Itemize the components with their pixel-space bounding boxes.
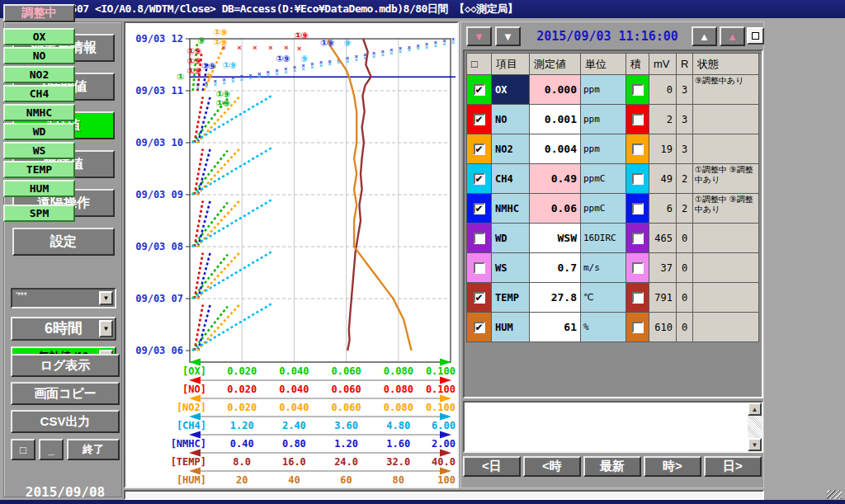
svg-text:09/03 12: 09/03 12 xyxy=(135,33,183,45)
svg-text:09/03 10: 09/03 10 xyxy=(135,137,183,148)
action-button-3[interactable]: CSV出力 xyxy=(11,410,120,433)
action-button-1[interactable]: ログ表示 xyxy=(11,354,120,377)
svg-text:×: × xyxy=(372,50,375,56)
time-nav-button-3[interactable]: 最新 xyxy=(583,456,641,477)
adjusting-status-button[interactable]: 調整中 xyxy=(3,4,75,22)
row-OX-display-checkbox[interactable]: ✔ xyxy=(474,84,485,96)
chevron-down-icon[interactable]: ▼ xyxy=(99,291,113,305)
row-WS-accum-checkbox[interactable] xyxy=(632,262,644,274)
row-WD-display-checkbox[interactable] xyxy=(474,233,485,244)
time-step-back-button[interactable]: ▼ xyxy=(495,26,521,46)
resize-grip-icon[interactable] xyxy=(827,490,842,499)
row-OX-accum-checkbox[interactable] xyxy=(632,84,644,96)
row-NO-name[interactable]: NO xyxy=(492,105,530,134)
row-CH4-display-checkbox[interactable]: ✔ xyxy=(474,173,485,185)
row-HUM-name[interactable]: HUM xyxy=(492,313,530,342)
row-NO2-status xyxy=(693,134,759,164)
row-CH4-mv: 49 xyxy=(649,164,677,194)
row-NMHC-status: ①調整中 ⑨調整中あり xyxy=(693,194,759,224)
row-WD-accum-checkbox[interactable] xyxy=(632,233,644,244)
svg-text:60: 60 xyxy=(340,474,352,485)
row-NO-r: 3 xyxy=(677,105,693,134)
window-control-1[interactable]: □ xyxy=(11,439,35,460)
action-button-2[interactable]: 画面コピー xyxy=(11,382,120,405)
row-NO2-accum-checkbox[interactable] xyxy=(632,144,644,155)
svg-text:0.040: 0.040 xyxy=(279,365,309,377)
time-nav-button-2[interactable]: <時 xyxy=(523,456,581,477)
row-WS-display-checkbox[interactable] xyxy=(474,262,485,274)
channel-button-hum[interactable]: HUM xyxy=(3,180,75,197)
row-WD-mv: 465 xyxy=(649,224,677,253)
row-NMHC-accum-checkbox[interactable] xyxy=(632,203,644,214)
channel-button-spm[interactable]: SPM xyxy=(3,205,75,222)
row-OX-name[interactable]: OX xyxy=(492,75,530,105)
row-TEMP-value: 27.8 xyxy=(530,283,581,313)
row-NO2-name[interactable]: NO2 xyxy=(492,134,530,164)
row-WS-display-checkbox-cell xyxy=(467,253,492,283)
row-NO2-display-checkbox[interactable]: ✔ xyxy=(474,144,485,155)
svg-text:×: × xyxy=(319,59,323,65)
scroll-up-icon: ▲ xyxy=(752,406,758,413)
channel-button-nmhc[interactable]: NMHC xyxy=(3,104,75,121)
row-WS-name[interactable]: WS xyxy=(492,253,530,283)
svg-text:100: 100 xyxy=(437,474,456,485)
time-nav-button-5[interactable]: 日> xyxy=(704,456,762,477)
svg-text:0.040: 0.040 xyxy=(279,384,309,395)
message-box: ▲ ▼ xyxy=(463,401,763,453)
stop-button[interactable] xyxy=(747,27,764,45)
time-nav-button-1[interactable]: <日 xyxy=(463,456,521,477)
svg-text:①⑨: ①⑨ xyxy=(201,61,215,71)
svg-text:80: 80 xyxy=(393,474,404,485)
row-NMHC-name[interactable]: NMHC xyxy=(492,194,530,224)
row-NO2-mv: 19 xyxy=(649,134,677,164)
channel-button-ch4[interactable]: CH4 xyxy=(3,85,75,102)
svg-text:×: × xyxy=(346,55,349,61)
span-combo-value: 6時間 xyxy=(45,320,83,337)
row-TEMP-mv: 791 xyxy=(649,283,677,313)
svg-text:×: × xyxy=(237,44,241,52)
pink-down-arrow-icon: ▼ xyxy=(474,31,484,43)
svg-text:①⑨: ①⑨ xyxy=(213,27,227,37)
row-CH4-name[interactable]: CH4 xyxy=(492,164,530,194)
station-combo[interactable]: '*** ▼ xyxy=(11,288,116,309)
row-WD-accum-checkbox-cell xyxy=(626,224,649,253)
channel-button-ox[interactable]: OX xyxy=(3,28,75,45)
svg-text:8.0: 8.0 xyxy=(233,456,251,468)
channel-button-ws[interactable]: WS xyxy=(3,142,75,159)
sidebar-item-6[interactable]: 設定 xyxy=(12,228,115,256)
svg-text:①⑨: ①⑨ xyxy=(187,46,201,56)
row-NMHC-display-checkbox[interactable]: ✔ xyxy=(474,203,485,214)
window-control-3[interactable]: 終了 xyxy=(67,439,120,460)
time-nav-button-4[interactable]: 時> xyxy=(644,456,701,477)
channel-button-no2[interactable]: NO2 xyxy=(3,66,75,83)
scroll-up-button[interactable]: ▲ xyxy=(748,403,762,416)
row-NO-display-checkbox[interactable]: ✔ xyxy=(474,114,485,125)
row-TEMP-display-checkbox[interactable]: ✔ xyxy=(474,292,485,304)
time-step-forward-button[interactable]: ▲ xyxy=(692,26,717,46)
row-TEMP-accum-checkbox[interactable] xyxy=(632,292,644,304)
row-HUM-accum-checkbox[interactable] xyxy=(632,322,644,333)
row-CH4-r: 2 xyxy=(677,164,693,194)
channel-button-wd[interactable]: WD xyxy=(3,123,75,140)
svg-text:×: × xyxy=(222,77,225,82)
message-scrollbar[interactable]: ▲ ▼ xyxy=(748,403,762,451)
svg-text:[NMHC]: [NMHC] xyxy=(171,438,206,450)
channel-button-no[interactable]: NO xyxy=(3,47,75,64)
svg-text:[NO2]: [NO2] xyxy=(177,402,206,413)
row-TEMP-name[interactable]: TEMP xyxy=(492,283,530,313)
time-step-back-fast-button[interactable]: ▼ xyxy=(466,26,492,46)
svg-text:4.80: 4.80 xyxy=(386,420,410,431)
row-CH4-accum-checkbox[interactable] xyxy=(632,173,644,185)
row-WD-name[interactable]: WD xyxy=(492,224,530,253)
chevron-down-icon[interactable]: ▼ xyxy=(99,320,113,337)
row-HUM-display-checkbox[interactable]: ✔ xyxy=(474,322,485,333)
svg-text:6.00: 6.00 xyxy=(432,420,456,431)
channel-button-temp[interactable]: TEMP xyxy=(3,161,75,178)
row-NO-accum-checkbox[interactable] xyxy=(632,114,644,125)
window-control-2[interactable]: _ xyxy=(39,439,64,460)
row-WS-unit: m/s xyxy=(581,253,626,283)
measurement-panel: ▼ ▼ 2015/09/03 11:16:00 ▲ ▲ □項目測定値単位積mVR… xyxy=(460,21,764,488)
span-combo[interactable]: 6時間 ▼ xyxy=(11,317,116,341)
scroll-down-button[interactable]: ▼ xyxy=(748,438,762,451)
time-step-forward-fast-button[interactable]: ▲ xyxy=(720,26,745,46)
